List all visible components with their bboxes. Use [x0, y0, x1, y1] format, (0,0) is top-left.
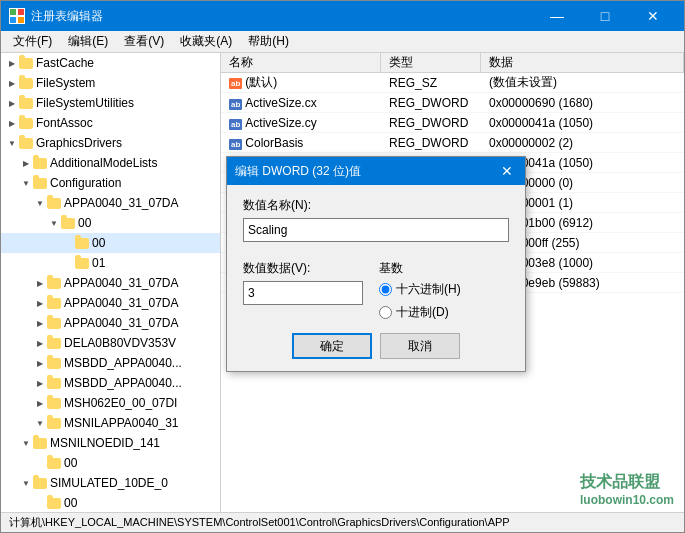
tree-label: APPA0040_31_07DA [64, 196, 179, 210]
name-input[interactable] [243, 218, 509, 242]
expand-arrow: ▼ [19, 476, 33, 490]
dec-label: 十进制(D) [396, 304, 449, 321]
tree-item-fsutils[interactable]: ▶ FileSystemUtilities [1, 93, 220, 113]
app-icon [9, 8, 25, 24]
expand-arrow [61, 236, 75, 250]
tree-item-fastcache[interactable]: ▶ FastCache [1, 53, 220, 73]
expand-arrow [33, 496, 47, 510]
hex-label: 十六进制(H) [396, 281, 461, 298]
folder-icon [47, 418, 61, 429]
tree-item-appa1[interactable]: ▼ APPA0040_31_07DA [1, 193, 220, 213]
hex-radio[interactable] [379, 283, 392, 296]
table-row[interactable]: abActiveSize.cy REG_DWORD 0x0000041a (10… [221, 113, 684, 133]
expand-arrow: ▼ [33, 196, 47, 210]
tree-item-graphicsdrivers[interactable]: ▼ GraphicsDrivers [1, 133, 220, 153]
value-name: abActiveSize.cy [221, 114, 381, 132]
expand-arrow: ▶ [33, 316, 47, 330]
col-header-type: 类型 [381, 53, 481, 72]
svg-rect-0 [10, 9, 16, 15]
tree-item-appa2[interactable]: ▶ APPA0040_31_07DA [1, 273, 220, 293]
tree-item-msh062[interactable]: ▶ MSH062E0_00_07DI [1, 393, 220, 413]
tree-label: MSBDD_APPA0040... [64, 356, 182, 370]
tree-item-appa4[interactable]: ▶ APPA0040_31_07DA [1, 313, 220, 333]
table-row[interactable]: ab(默认) REG_SZ (数值未设置) [221, 73, 684, 93]
radio-group: 十六进制(H) 十进制(D) [379, 281, 509, 321]
tree-label: DELA0B80VDV353V [64, 336, 176, 350]
expand-arrow: ▼ [19, 436, 33, 450]
tree-item-dela[interactable]: ▶ DELA0B80VDV353V [1, 333, 220, 353]
reg-icon-dw: ab [229, 119, 242, 130]
value-name: abActiveSize.cx [221, 94, 381, 112]
tree-item-01[interactable]: 01 [1, 253, 220, 273]
value-type: REG_DWORD [381, 114, 481, 132]
menu-edit[interactable]: 编辑(E) [60, 31, 116, 53]
tree-item-fontassoc[interactable]: ▶ FontAssoc [1, 113, 220, 133]
expand-arrow: ▼ [5, 136, 19, 150]
name-label: 数值名称(N): [243, 197, 509, 214]
value-type: REG_SZ [381, 74, 481, 92]
status-bar: 计算机\HKEY_LOCAL_MACHINE\SYSTEM\ControlSet… [1, 512, 684, 532]
expand-arrow: ▶ [33, 396, 47, 410]
menu-favorites[interactable]: 收藏夹(A) [172, 31, 240, 53]
folder-icon [19, 78, 33, 89]
tree-item-additionalmodelists[interactable]: ▶ AdditionalModeLists [1, 153, 220, 173]
tree-panel: ▶ FastCache ▶ FileSystem ▶ FileSystemUti… [1, 53, 221, 512]
dec-radio-label[interactable]: 十进制(D) [379, 304, 509, 321]
expand-arrow: ▶ [33, 276, 47, 290]
folder-icon [75, 258, 89, 269]
edit-dword-dialog: 编辑 DWORD (32 位)值 ✕ 数值名称(N): 数值数据(V): 基数 … [226, 156, 526, 372]
menu-help[interactable]: 帮助(H) [240, 31, 297, 53]
tree-label: 00 [92, 236, 105, 250]
dec-radio[interactable] [379, 306, 392, 319]
expand-arrow: ▶ [33, 356, 47, 370]
expand-arrow: ▼ [47, 216, 61, 230]
menu-file[interactable]: 文件(F) [5, 31, 60, 53]
tree-item-msnilappa[interactable]: ▼ MSNILAPPA0040_31 [1, 413, 220, 433]
tree-item-simulated[interactable]: ▼ SIMULATED_10DE_0 [1, 473, 220, 493]
tree-label: 00 [64, 496, 77, 510]
table-row[interactable]: abColorBasis REG_DWORD 0x00000002 (2) [221, 133, 684, 153]
tree-item-msnilnoedid[interactable]: ▼ MSNILNOEDID_141 [1, 433, 220, 453]
tree-label: APPA0040_31_07DA [64, 276, 179, 290]
tree-item-msbdd2[interactable]: ▶ MSBDD_APPA0040... [1, 373, 220, 393]
close-button[interactable]: ✕ [630, 1, 676, 31]
menu-view[interactable]: 查看(V) [116, 31, 172, 53]
tree-item-filesystem[interactable]: ▶ FileSystem [1, 73, 220, 93]
minimize-button[interactable]: — [534, 1, 580, 31]
cancel-button[interactable]: 取消 [380, 333, 460, 359]
folder-icon [47, 298, 61, 309]
tree-label: 00 [78, 216, 91, 230]
expand-arrow: ▶ [5, 56, 19, 70]
value-data: 0x0000041a (1050) [481, 114, 684, 132]
tree-item-00-parent[interactable]: ▼ 00 [1, 213, 220, 233]
tree-item-00-selected[interactable]: 00 [1, 233, 220, 253]
tree-item-configuration[interactable]: ▼ Configuration [1, 173, 220, 193]
dialog-close-button[interactable]: ✕ [497, 161, 517, 181]
tree-item-00-msnilnoedid[interactable]: 00 [1, 453, 220, 473]
data-input[interactable] [243, 281, 363, 305]
expand-arrow: ▶ [5, 96, 19, 110]
folder-icon [47, 198, 61, 209]
expand-arrow: ▼ [19, 176, 33, 190]
ok-button[interactable]: 确定 [292, 333, 372, 359]
folder-icon [19, 98, 33, 109]
table-row[interactable]: abActiveSize.cx REG_DWORD 0x00000690 (16… [221, 93, 684, 113]
expand-arrow [33, 456, 47, 470]
menu-bar: 文件(F) 编辑(E) 查看(V) 收藏夹(A) 帮助(H) [1, 31, 684, 53]
folder-icon [61, 218, 75, 229]
folder-icon [19, 138, 33, 149]
tree-label: FontAssoc [36, 116, 93, 130]
expand-arrow: ▶ [33, 296, 47, 310]
tree-label: Configuration [50, 176, 121, 190]
tree-item-msbdd1[interactable]: ▶ MSBDD_APPA0040... [1, 353, 220, 373]
hex-radio-label[interactable]: 十六进制(H) [379, 281, 509, 298]
dialog-title-bar: 编辑 DWORD (32 位)值 ✕ [227, 157, 525, 185]
maximize-button[interactable]: □ [582, 1, 628, 31]
values-header: 名称 类型 数据 [221, 53, 684, 73]
tree-item-appa3[interactable]: ▶ APPA0040_31_07DA [1, 293, 220, 313]
tree-item-00-simulated[interactable]: 00 [1, 493, 220, 512]
folder-icon [75, 238, 89, 249]
folder-icon [47, 458, 61, 469]
folder-icon [47, 378, 61, 389]
tree-label: MSNILNOEDID_141 [50, 436, 160, 450]
